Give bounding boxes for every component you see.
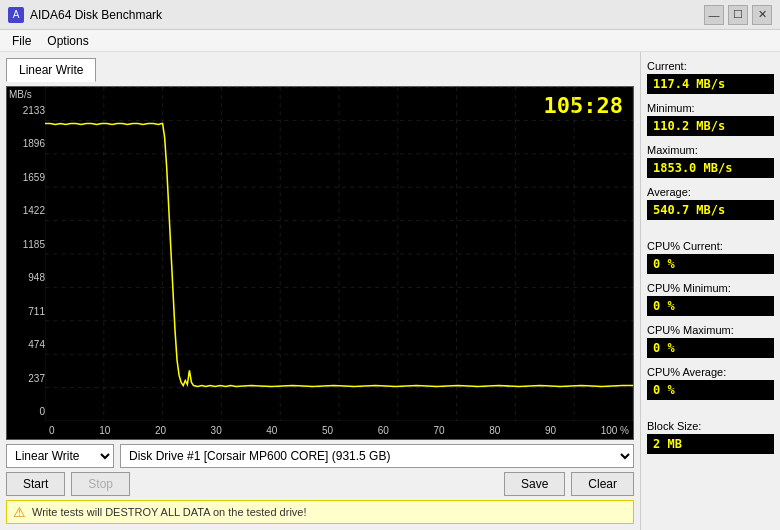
stat-average-label: Average: xyxy=(647,186,774,198)
warning-text: Write tests will DESTROY ALL DATA on the… xyxy=(32,506,307,518)
x-label-70: 70 xyxy=(433,425,444,436)
warning-bar: ⚠ Write tests will DESTROY ALL DATA on t… xyxy=(6,500,634,524)
stat-block-size: Block Size: 2 MB xyxy=(647,420,774,454)
stat-block-size-label: Block Size: xyxy=(647,420,774,432)
stat-minimum: Minimum: 110.2 MB/s xyxy=(647,102,774,136)
menu-options[interactable]: Options xyxy=(39,32,96,50)
y-label-0: 0 xyxy=(9,406,45,417)
stat-cpu-average-label: CPU% Average: xyxy=(647,366,774,378)
right-panel: Current: 117.4 MB/s Minimum: 110.2 MB/s … xyxy=(640,52,780,530)
main-container: Linear Write MB/s 105:28 2133 1896 1659 … xyxy=(0,52,780,530)
stat-minimum-value: 110.2 MB/s xyxy=(647,116,774,136)
stat-average-value: 540.7 MB/s xyxy=(647,200,774,220)
window-controls: — ☐ ✕ xyxy=(704,5,772,25)
y-axis: 2133 1896 1659 1422 1185 948 711 474 237… xyxy=(7,87,45,439)
stop-button[interactable]: Stop xyxy=(71,472,130,496)
x-label-20: 20 xyxy=(155,425,166,436)
stat-cpu-average-value: 0 % xyxy=(647,380,774,400)
start-button[interactable]: Start xyxy=(6,472,65,496)
minimize-button[interactable]: — xyxy=(704,5,724,25)
y-label-1: 474 xyxy=(9,339,45,350)
stat-cpu-minimum: CPU% Minimum: 0 % xyxy=(647,282,774,316)
stat-cpu-current: CPU% Current: 0 % xyxy=(647,240,774,274)
stat-cpu-maximum-value: 0 % xyxy=(647,338,774,358)
stat-current-value: 117.4 MB/s xyxy=(647,74,774,94)
stat-maximum-value: 1853.0 MB/s xyxy=(647,158,774,178)
x-label-10: 10 xyxy=(99,425,110,436)
stat-maximum-label: Maximum: xyxy=(647,144,774,156)
x-label-90: 90 xyxy=(545,425,556,436)
y-label-8: 2133 xyxy=(9,105,45,116)
x-axis: 0 10 20 30 40 50 60 70 80 90 100 % xyxy=(45,421,633,439)
stat-maximum: Maximum: 1853.0 MB/s xyxy=(647,144,774,178)
chart-grid xyxy=(45,87,633,421)
x-label-50: 50 xyxy=(322,425,333,436)
y-label-3: 948 xyxy=(9,272,45,283)
stat-average: Average: 540.7 MB/s xyxy=(647,186,774,220)
stat-current-label: Current: xyxy=(647,60,774,72)
tab-bar: Linear Write xyxy=(6,58,634,82)
maximize-button[interactable]: ☐ xyxy=(728,5,748,25)
y-label-0b: 237 xyxy=(9,373,45,384)
app-icon: A xyxy=(8,7,24,23)
save-button[interactable]: Save xyxy=(504,472,565,496)
stat-cpu-current-label: CPU% Current: xyxy=(647,240,774,252)
stat-cpu-maximum: CPU% Maximum: 0 % xyxy=(647,324,774,358)
warning-icon: ⚠ xyxy=(13,504,26,520)
y-label-6: 1659 xyxy=(9,172,45,183)
y-label-2: 711 xyxy=(9,306,45,317)
clear-button[interactable]: Clear xyxy=(571,472,634,496)
stat-block-size-value: 2 MB xyxy=(647,434,774,454)
left-panel: Linear Write MB/s 105:28 2133 1896 1659 … xyxy=(0,52,640,530)
y-label-5: 1422 xyxy=(9,205,45,216)
stat-cpu-average: CPU% Average: 0 % xyxy=(647,366,774,400)
y-label-7: 1896 xyxy=(9,138,45,149)
close-button[interactable]: ✕ xyxy=(752,5,772,25)
tab-linear-write[interactable]: Linear Write xyxy=(6,58,96,82)
x-label-0: 0 xyxy=(49,425,55,436)
stat-cpu-minimum-value: 0 % xyxy=(647,296,774,316)
title-text: AIDA64 Disk Benchmark xyxy=(30,8,162,22)
drive-select[interactable]: Disk Drive #1 [Corsair MP600 CORE] (931.… xyxy=(120,444,634,468)
action-buttons: Start Stop Save Clear xyxy=(6,472,634,496)
stat-cpu-minimum-label: CPU% Minimum: xyxy=(647,282,774,294)
controls-bar: Linear Write Linear Read Random Write Ra… xyxy=(6,444,634,468)
x-label-80: 80 xyxy=(489,425,500,436)
y-label-4: 1185 xyxy=(9,239,45,250)
chart-svg xyxy=(45,87,633,421)
stat-cpu-maximum-label: CPU% Maximum: xyxy=(647,324,774,336)
x-label-100: 100 % xyxy=(601,425,629,436)
x-label-30: 30 xyxy=(211,425,222,436)
stat-cpu-current-value: 0 % xyxy=(647,254,774,274)
test-type-select[interactable]: Linear Write Linear Read Random Write Ra… xyxy=(6,444,114,468)
title-bar: A AIDA64 Disk Benchmark — ☐ ✕ xyxy=(0,0,780,30)
x-label-40: 40 xyxy=(266,425,277,436)
menu-file[interactable]: File xyxy=(4,32,39,50)
stat-minimum-label: Minimum: xyxy=(647,102,774,114)
chart-container: MB/s 105:28 2133 1896 1659 1422 1185 948… xyxy=(6,86,634,440)
menu-bar: File Options xyxy=(0,30,780,52)
x-label-60: 60 xyxy=(378,425,389,436)
stat-current: Current: 117.4 MB/s xyxy=(647,60,774,94)
